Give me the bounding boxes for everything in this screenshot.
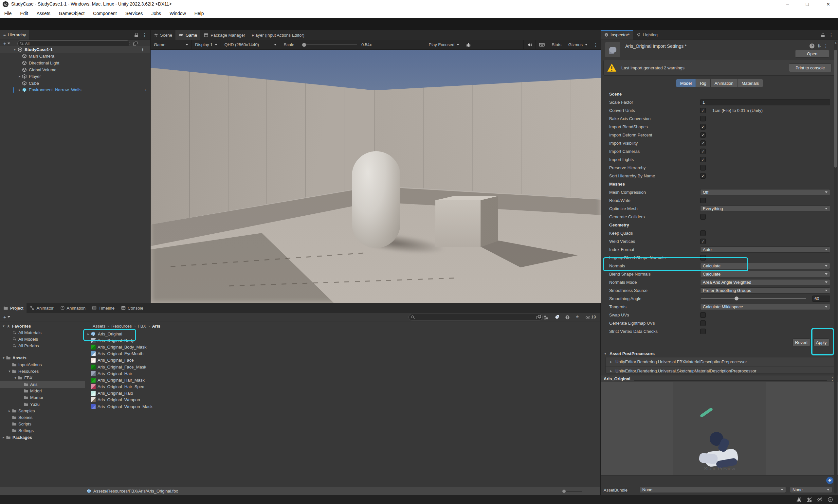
header-menu-icon[interactable]: ⋮ [824,43,828,49]
setting-mesh-compression[interactable]: Mesh CompressionOff [601,188,838,196]
setting-import-lights[interactable]: Import Lights✓ [601,156,838,164]
asset-label-icon[interactable] [826,477,834,484]
setting-swap-uvs[interactable]: Swap UVs [601,311,838,319]
assetbundle-name-dropdown[interactable]: None [640,487,786,493]
hierarchy-item-main-camera[interactable]: Main Camera [0,53,150,60]
asset-aris_original_body[interactable]: Aris_Original_Body [86,337,600,344]
folder-resources[interactable]: ▾Resources [0,368,85,374]
setting-generate-colliders[interactable]: Generate Colliders [601,213,838,221]
setting-sort-hierarchy-by-name[interactable]: Sort Hierarchy By Name✓ [601,172,838,180]
folder-scenes[interactable]: Scenes [0,414,85,420]
setting-normals-mode[interactable]: Normals ModeArea And Angle Weighted [601,278,838,286]
preview-drag-handle[interactable] [634,379,827,379]
bug-reporter-disabled-icon[interactable] [796,497,802,502]
setting-smoothness-source[interactable]: Smoothness SourcePrefer Smoothing Groups [601,286,838,294]
folder-settings[interactable]: Settings [0,428,85,434]
tab-project[interactable]: Project [0,303,26,313]
setting-strict-vertex-data-checks[interactable]: Strict Vertex Data Checks [601,327,838,336]
setting-bake-axis-conversion[interactable]: Bake Axis Conversion [601,114,838,123]
setting-weld-vertices[interactable]: Weld Vertices✓ [601,237,838,246]
maximize-button[interactable]: □ [800,0,815,8]
scale-slider-thumb[interactable] [302,43,306,47]
asset-aris_original_hair_mask[interactable]: Aris_Original_Hair_Mask [86,377,600,383]
asset-aris_original_hair_spec[interactable]: Aris_Original_Hair_Spec [86,383,600,390]
lock-icon[interactable] [135,33,139,37]
play-focused-dropdown[interactable]: Play Focused [426,40,463,50]
favorite-all-materials[interactable]: All Materials [0,329,85,336]
inspector-menu-icon[interactable]: ⋮ [829,32,834,38]
tab-animator[interactable]: Animator [26,303,57,313]
folder-scripts[interactable]: Scripts [0,421,85,428]
revert-button[interactable]: Revert [792,338,810,346]
folder-packages[interactable]: ▸Packages [0,434,85,440]
apply-button[interactable]: Apply [814,338,829,346]
favorites-filter-icon[interactable]: ★ [575,314,580,319]
filter-by-type-icon[interactable] [543,315,548,320]
folder-samples[interactable]: ▸Samples [0,408,85,414]
folder-fbx[interactable]: ▾FBX [0,374,85,381]
hierarchy-scene-row[interactable]: ▾ StudyCase1-1 ⋮ [0,46,150,53]
asset-aris_original_face_mask[interactable]: Aris_Original_Face_Mask [86,364,600,370]
hierarchy-item-directional-light[interactable]: Directional Light [0,59,150,67]
setting-normals[interactable]: NormalsCalculate [601,262,838,270]
presets-icon[interactable]: ⇅ [817,43,821,49]
progress-ok-icon[interactable] [827,497,833,502]
breadcrumb-aris[interactable]: Aris [152,324,160,328]
notifications-disabled-icon[interactable] [817,497,823,502]
asset-aris_original_hair[interactable]: Aris_Original_Hair [86,370,600,377]
mode-tab-materials[interactable]: Materials [738,79,763,87]
tab-player-input-actions-editor-[interactable]: Player (Input Actions Editor) [248,30,308,40]
mode-tab-animation[interactable]: Animation [711,79,737,87]
tab-inspector[interactable]: Inspector* [601,30,633,40]
asset-aris_original_eyemouth[interactable]: Aris_Original_EyeMouth [86,350,600,357]
favorite-all-prefabs[interactable]: All Prefabs [0,343,85,349]
asset-aris_original_face[interactable]: Aris_Original_Face [86,357,600,364]
setting-smoothing-angle[interactable]: Smoothing Angle60 [601,294,838,303]
tab-animation[interactable]: Animation [57,303,89,313]
tab-game[interactable]: Game [176,30,200,40]
scroll-up-icon[interactable]: ▲ [834,41,837,44]
importer-warnings-icon[interactable] [565,315,570,320]
scrollbar-thumb[interactable] [834,50,837,167]
create-asset-caret[interactable] [7,316,10,318]
tab-scene[interactable]: Scene [150,30,176,40]
menu-file[interactable]: File [0,8,16,18]
hierarchy-menu-icon[interactable]: ⋮ [142,32,147,38]
display-dropdown[interactable]: Display 1 [192,40,221,50]
hierarchy-item-cube[interactable]: Cube [0,80,150,87]
search-in-icon[interactable] [536,315,540,319]
menu-jobs[interactable]: Jobs [147,8,165,18]
asset-aris_original_halo[interactable]: Aris_Original_Halo [86,390,600,397]
setting-convert-units[interactable]: Convert Units✓1cm (File) to 0.01m (Unity… [601,106,838,114]
hierarchy-item-player[interactable]: ▸Player [0,73,150,80]
help-icon[interactable]: ? [809,43,815,49]
close-button[interactable]: ✕ [821,0,835,8]
asset-aris_original_weapon_mask[interactable]: Aris_Original_Weapon_Mask [86,403,600,410]
folder-momoi[interactable]: Momoi [0,394,85,401]
setting-read-write[interactable]: Read/Write [601,196,838,204]
setting-import-visibility[interactable]: Import Visibility✓ [601,139,838,147]
asset-aris_original[interactable]: ▸Aris_Original [86,330,600,337]
setting-import-cameras[interactable]: Import Cameras✓ [601,147,838,156]
add-object-button[interactable]: + [3,40,6,46]
breadcrumb-fbx[interactable]: FBX [138,324,146,328]
hierarchy-search-input[interactable]: All [17,40,130,47]
setting-legacy-blend-shape-normals[interactable]: Legacy Blend Shape Normals [601,254,838,262]
mode-tab-rig[interactable]: Rig [696,79,710,87]
tab-console[interactable]: Console [118,303,147,313]
folder-inputactions[interactable]: InputActions [0,361,85,368]
mode-tab-model[interactable]: Model [676,79,696,87]
setting-preserve-hierarchy[interactable]: Preserve Hierarchy [601,164,838,172]
assetbundle-variant-dropdown[interactable]: None [790,487,832,493]
scene-picking-icon[interactable] [133,41,137,46]
game-menu-icon[interactable]: ⋮ [593,42,598,48]
postprocessors-header[interactable]: ▾Asset PostProcessors [603,351,655,356]
setting-keep-quads[interactable]: Keep Quads [601,229,838,237]
postprocessor-item[interactable]: ▸UnityEditor.Rendering.Universal.Sketchu… [606,366,834,374]
project-search-input[interactable] [409,314,543,320]
setting-optimize-mesh[interactable]: Optimize MeshEverything [601,204,838,213]
setting-import-deform-percent[interactable]: Import Deform Percent✓ [601,131,838,139]
folder-yuzu[interactable]: Yuzu [0,401,85,408]
menu-gameobject[interactable]: GameObject [55,8,89,18]
hierarchy-item-global-volume[interactable]: Global Volume [0,67,150,73]
